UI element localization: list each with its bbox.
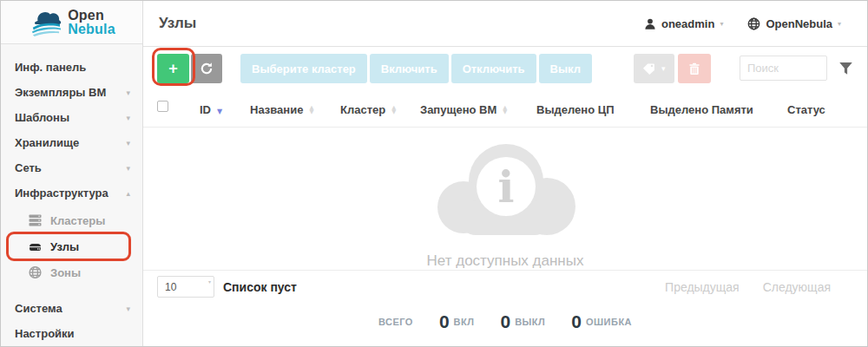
- stat-on: 0 ВКЛ: [439, 311, 475, 332]
- caret-down-icon: ▾: [661, 64, 666, 73]
- sidebar-item-storage[interactable]: Хранилище ▾: [1, 130, 142, 155]
- hosts-summary-stats: ВСЕГО 0 ВКЛ 0 ВЫКЛ 0 ОШИБКА: [143, 303, 867, 346]
- chevron-down-icon: ▾: [720, 20, 723, 28]
- sort-both-icon: ▲▼: [391, 106, 396, 115]
- opennebula-sunstone-window: Open Nebula Инф. панель Экземпляры ВМ ▾ …: [0, 0, 868, 347]
- opennebula-logo-icon: [28, 8, 62, 37]
- zones-globe-icon: [28, 265, 43, 279]
- sidebar-item-infrastructure[interactable]: Инфраструктура ▴: [1, 180, 142, 206]
- chevron-down-icon: ▾: [126, 114, 130, 122]
- state-buttons-group: Выберите кластер Включить Отключить Выкл: [240, 54, 592, 83]
- search-area: [740, 54, 853, 81]
- next-page-button[interactable]: Следующая: [763, 280, 831, 294]
- off-button[interactable]: Выкл: [539, 54, 592, 83]
- column-header-allocated-memory[interactable]: Выделено Памяти: [650, 103, 787, 116]
- stat-on-label: ВКЛ: [454, 317, 475, 327]
- sidebar-item-templates[interactable]: Шаблоны ▾: [1, 105, 142, 130]
- empty-cloud-icon: i: [422, 138, 589, 251]
- zone-name: OpenNebula: [766, 17, 832, 30]
- labels-delete-group: ▾: [634, 54, 711, 83]
- sidebar-item-hosts[interactable]: Узлы: [1, 233, 142, 259]
- labels-dropdown-button[interactable]: ▾: [634, 54, 674, 83]
- pager: Предыдущая Следующая: [665, 280, 831, 294]
- disable-button[interactable]: Отключить: [451, 54, 536, 83]
- sidebar-item-clusters[interactable]: Кластеры: [1, 207, 142, 233]
- hosts-toolbar: + Выберите кластер Включить Отключить Вы…: [143, 47, 867, 87]
- sort-descending-icon: ▼: [217, 108, 222, 115]
- select-all-cell: [157, 108, 200, 112]
- main-area: Узлы oneadmin ▾: [143, 1, 867, 346]
- tag-icon: [642, 62, 655, 75]
- page-title: Узлы: [159, 15, 196, 32]
- user-menu[interactable]: oneadmin ▾: [644, 17, 723, 30]
- caret-down-icon: ▾: [208, 278, 211, 285]
- clusters-icon: [28, 213, 43, 227]
- hosts-icon: [28, 239, 43, 253]
- refresh-button[interactable]: [191, 54, 222, 83]
- top-bar: Узлы oneadmin ▾: [143, 1, 867, 47]
- chevron-down-icon: ▾: [126, 139, 130, 147]
- select-all-checkbox[interactable]: [157, 101, 168, 112]
- search-input[interactable]: [740, 56, 827, 81]
- filter-funnel-icon[interactable]: [838, 62, 853, 75]
- infrastructure-subnav: Кластеры Узлы: [1, 206, 142, 291]
- zone-menu[interactable]: OpenNebula ▾: [747, 17, 841, 30]
- sidebar-item-dashboard[interactable]: Инф. панель: [1, 55, 142, 80]
- sort-both-icon: ▲▼: [309, 106, 313, 115]
- user-name: oneadmin: [661, 17, 714, 30]
- trash-icon: [688, 62, 700, 75]
- list-empty-label: Список пуст: [223, 280, 297, 294]
- column-header-running-vms[interactable]: Запущено ВМ ▲▼: [420, 103, 536, 116]
- chevron-down-icon: ▾: [838, 20, 841, 28]
- delete-button[interactable]: [678, 54, 711, 83]
- svg-text:i: i: [498, 161, 515, 213]
- hosts-table-header: ID ▼ Название ▲▼ Кластер ▲▼ Запущено ВМ …: [143, 93, 867, 128]
- sidebar-item-settings[interactable]: Настройки: [1, 321, 142, 346]
- enable-button[interactable]: Включить: [370, 54, 449, 83]
- zone-globe-icon: [747, 17, 760, 30]
- previous-page-button[interactable]: Предыдущая: [665, 280, 740, 294]
- top-right-menus: oneadmin ▾ OpenNebula ▾: [644, 17, 841, 30]
- column-header-cluster[interactable]: Кластер ▲▼: [340, 103, 420, 116]
- column-header-id[interactable]: ID ▼: [200, 103, 250, 116]
- stat-error-value: 0: [571, 311, 582, 332]
- opennebula-logo[interactable]: Open Nebula: [1, 1, 142, 44]
- sidebar-item-system[interactable]: Система ▾: [1, 296, 142, 321]
- stat-off: 0 ВЫКЛ: [500, 311, 545, 332]
- sort-both-icon: ▲▼: [503, 106, 507, 115]
- user-icon: [644, 17, 656, 30]
- stat-error-label: ОШИБКА: [586, 317, 632, 327]
- logo-text: Open Nebula: [68, 9, 115, 36]
- chevron-up-icon: ▴: [126, 189, 130, 198]
- column-header-allocated-cpu[interactable]: Выделено ЦП: [536, 103, 650, 116]
- pagination-bar: 10 ▾ Список пуст Предыдущая Следующая: [143, 270, 867, 303]
- select-cluster-button[interactable]: Выберите кластер: [240, 54, 367, 83]
- hosts-panel: + Выберите кластер Включить Отключить Вы…: [143, 47, 867, 346]
- empty-state: i Нет доступных данных: [143, 128, 867, 270]
- logo-word-open: Open: [68, 9, 115, 23]
- refresh-icon: [200, 62, 214, 75]
- column-header-name[interactable]: Название ▲▼: [250, 103, 340, 116]
- logo-word-nebula: Nebula: [68, 23, 115, 36]
- sidebar-item-zones[interactable]: Зоны: [1, 259, 142, 285]
- column-header-status[interactable]: Статус: [787, 103, 853, 116]
- chevron-down-icon: ▾: [126, 304, 130, 313]
- sidebar-nav: Инф. панель Экземпляры ВМ ▾ Шаблоны ▾ Хр…: [1, 44, 142, 346]
- create-host-button[interactable]: +: [157, 54, 189, 83]
- stat-error: 0 ОШИБКА: [571, 311, 632, 332]
- stat-on-value: 0: [439, 311, 450, 332]
- chevron-down-icon: ▾: [126, 88, 130, 97]
- stat-off-value: 0: [500, 311, 510, 332]
- empty-state-text: Нет доступных данных: [427, 252, 584, 270]
- sidebar-item-network[interactable]: Сеть ▾: [1, 155, 142, 180]
- stat-total-label: ВСЕГО: [378, 317, 413, 327]
- page-size-select[interactable]: 10 ▾: [157, 276, 214, 298]
- sidebar: Open Nebula Инф. панель Экземпляры ВМ ▾ …: [1, 1, 143, 346]
- sidebar-item-vm-instances[interactable]: Экземпляры ВМ ▾: [1, 80, 142, 105]
- stat-off-label: ВЫКЛ: [515, 317, 545, 327]
- chevron-down-icon: ▾: [126, 164, 130, 173]
